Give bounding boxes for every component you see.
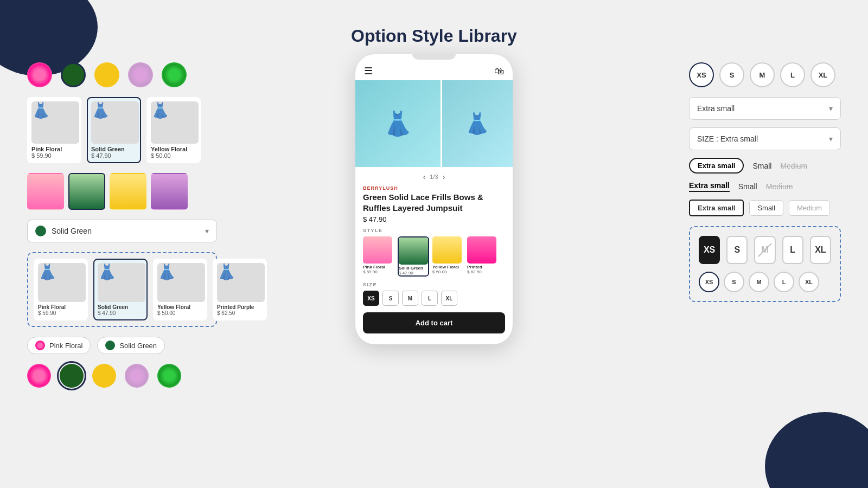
dropdown-left: Solid Green: [35, 226, 92, 236]
large-size-m[interactable]: M: [754, 236, 775, 264]
product-card-pink-floral[interactable]: 👗 Pink Floral $ 59.90: [27, 97, 81, 163]
box-size-small[interactable]: Small: [749, 200, 783, 216]
text-size-row-1: Extra small Small Medium: [689, 158, 841, 174]
product-card-price: $ 47.90: [91, 152, 137, 159]
bottom-circle-pink[interactable]: [27, 364, 51, 388]
phone-size-l[interactable]: L: [422, 291, 438, 306]
product-card-name: Yellow Floral: [151, 146, 196, 152]
phone-style-price: $ 59.90: [363, 269, 394, 274]
text-size-small-1[interactable]: Small: [752, 162, 771, 170]
size-dropdown-1[interactable]: Extra small ▾: [689, 97, 841, 120]
phone-product-title: Green Solid Lace Frills Bows & Ruffles L…: [363, 192, 505, 213]
color-circle-yellow[interactable]: [94, 62, 119, 87]
bottom-circle-bright-green[interactable]: [157, 364, 181, 388]
nav-next-icon[interactable]: ›: [443, 172, 445, 181]
left-panel: 👗 Pink Floral $ 59.90 👗 Solid Green $ 47…: [27, 62, 217, 388]
size-dropdown-2[interactable]: SIZE : Extra small ▾: [689, 127, 841, 150]
thumbnail-purple[interactable]: [151, 173, 188, 210]
color-circle-pink-floral[interactable]: [27, 62, 52, 87]
text-size-medium-2[interactable]: Medium: [766, 182, 793, 191]
phone-style-img: [399, 237, 428, 265]
large-size-xs[interactable]: XS: [699, 236, 720, 264]
round-size-m[interactable]: M: [750, 62, 775, 87]
text-size-small-2[interactable]: Small: [738, 182, 757, 191]
phone-style-green[interactable]: Solid Green $ 47.90: [398, 236, 429, 277]
nav-counter: 1/3: [430, 174, 438, 180]
style-card-price: $ 62.50: [217, 310, 263, 316]
chevron-down-icon: ▾: [205, 227, 209, 235]
thumbnail-green[interactable]: [68, 173, 105, 210]
bottom-circle-yellow[interactable]: [92, 364, 116, 388]
text-size-medium-1[interactable]: Medium: [780, 162, 807, 170]
phone-style-img: [432, 236, 462, 264]
color-circle-bright-green[interactable]: [162, 62, 187, 87]
large-size-s[interactable]: S: [726, 236, 748, 264]
thumbnail-pink[interactable]: [27, 173, 64, 210]
nav-prev-icon[interactable]: ‹: [423, 172, 426, 181]
small-round-s[interactable]: S: [724, 272, 744, 292]
thumbnail-yellow[interactable]: [110, 173, 146, 210]
product-card-name: Solid Green: [91, 146, 137, 152]
style-card-name: Pink Floral: [38, 304, 84, 310]
style-card-solid-green[interactable]: 👗 Solid Green $ 47.90: [93, 259, 148, 320]
style-card-yellow-floral[interactable]: 👗 Yellow Floral $ 50.00: [153, 259, 207, 320]
round-size-xs[interactable]: XS: [689, 62, 714, 87]
phone-style-price: $ 62.50: [467, 269, 499, 274]
phone-content: BERRYLUSH Green Solid Lace Frills Bows &…: [355, 183, 513, 333]
round-size-s[interactable]: S: [719, 62, 744, 87]
small-round-l[interactable]: L: [774, 272, 794, 292]
color-tag-pink-floral[interactable]: Pink Floral: [27, 337, 91, 354]
color-circle-dark-green[interactable]: [61, 62, 86, 87]
product-card-yellow-floral[interactable]: 👗 Yellow Floral $ 50.00: [146, 97, 201, 163]
round-size-xl[interactable]: XL: [810, 62, 835, 87]
style-card-img: 👗: [98, 263, 145, 302]
phone-size-m[interactable]: M: [402, 291, 418, 306]
phone-style-pink[interactable]: Pink Floral $ 59.90: [363, 236, 394, 277]
phone-size-s[interactable]: S: [382, 291, 399, 306]
phone-container: ☰ 🛍 👗 👗 ‹ 1/3 › BERRYLUSH Green Solid La…: [355, 54, 513, 344]
dress-figure-side: 👗: [464, 112, 490, 136]
dropdown-dot: [35, 226, 46, 236]
bottom-circle-purple[interactable]: [125, 364, 149, 388]
chevron-down-icon: ▾: [829, 134, 833, 143]
add-to-cart-button[interactable]: Add to cart: [363, 312, 505, 333]
page-title: Option Style Library: [351, 26, 517, 46]
phone-style-yellow[interactable]: Yellow Floral $ 50.00: [432, 236, 464, 277]
style-cards-row: 👗 Pink Floral $ 59.90 👗 Solid Green $ 47…: [34, 259, 210, 320]
color-tag-solid-green[interactable]: Solid Green: [97, 337, 165, 354]
large-size-xl[interactable]: XL: [810, 236, 831, 264]
text-size-extra-small-pill[interactable]: Extra small: [689, 158, 744, 174]
color-dropdown[interactable]: Solid Green ▾: [27, 220, 217, 242]
color-circles-row: [27, 62, 217, 87]
phone-style-price: $ 50.00: [432, 269, 464, 274]
tag-dot: [35, 341, 45, 350]
phone-style-img: [467, 236, 496, 264]
small-round-m[interactable]: M: [749, 272, 769, 292]
cart-icon[interactable]: 🛍: [494, 66, 504, 77]
dress-figure-main: 👗: [383, 110, 413, 138]
style-card-pink-floral[interactable]: 👗 Pink Floral $ 59.90: [34, 259, 88, 320]
phone-product-price: $ 47.90: [363, 215, 505, 223]
phone-size-xl[interactable]: XL: [441, 291, 457, 306]
style-card-name: Printed Purple: [217, 304, 263, 310]
bottom-circle-green[interactable]: [60, 364, 84, 388]
product-card-img: 👗: [31, 101, 79, 144]
right-panel: XS S M L XL Extra small ▾ SIZE : Extra s…: [689, 62, 841, 302]
small-round-xs[interactable]: XS: [699, 272, 719, 292]
small-round-xl[interactable]: XL: [799, 272, 819, 292]
text-size-extra-small-underline[interactable]: Extra small: [689, 181, 730, 192]
phone-style-printed[interactable]: Printed $ 62.50: [467, 236, 499, 277]
product-card-solid-green[interactable]: 👗 Solid Green $ 47.90: [87, 97, 141, 163]
large-size-l[interactable]: L: [782, 236, 803, 264]
style-card-name: Solid Green: [98, 304, 143, 310]
small-round-size-row: XS S M L XL: [699, 272, 831, 292]
hamburger-icon[interactable]: ☰: [364, 65, 373, 77]
color-circle-purple[interactable]: [128, 62, 153, 87]
box-size-medium[interactable]: Medium: [789, 200, 830, 216]
phone-size-xs[interactable]: XS: [363, 291, 379, 306]
phone-style-name: Printed: [467, 265, 499, 269]
style-card-printed-purple[interactable]: 👗 Printed Purple $ 62.50: [213, 259, 267, 320]
box-size-extra-small[interactable]: Extra small: [689, 200, 744, 216]
style-card-img: 👗: [157, 263, 205, 302]
round-size-l[interactable]: L: [780, 62, 805, 87]
